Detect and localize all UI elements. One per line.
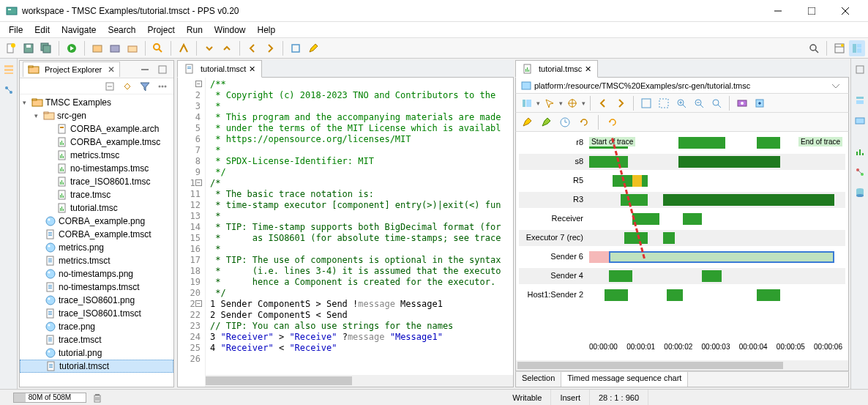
chart-bar[interactable] [621, 194, 648, 206]
perspective-resource-button[interactable] [849, 40, 865, 56]
gc-icon[interactable] [89, 390, 105, 406]
zoom-sel-icon[interactable] [656, 95, 672, 111]
next-annotation-button[interactable] [201, 40, 217, 56]
collapse-all-icon[interactable] [102, 78, 118, 94]
chart-bar[interactable] [683, 213, 703, 225]
edit-button[interactable] [305, 40, 321, 56]
tree-file[interactable]: no-timestamps.png [20, 267, 173, 280]
layout-icon[interactable] [519, 95, 535, 111]
tree-file[interactable]: trace.png [20, 320, 173, 333]
menu-project[interactable]: Project [141, 23, 180, 37]
toggle-mark-button[interactable] [176, 40, 192, 56]
chart-bar[interactable] [757, 137, 780, 149]
save-button[interactable] [20, 40, 37, 56]
chart-bar[interactable] [624, 232, 648, 244]
chart-bar[interactable] [605, 289, 628, 301]
trim-outline-icon[interactable] [1, 82, 17, 98]
tree-file[interactable]: trace.tmsc [20, 188, 173, 201]
trim-properties-icon[interactable] [852, 113, 868, 129]
zoom-fit-icon[interactable] [638, 95, 654, 111]
trim-outline2-icon[interactable] [852, 92, 868, 108]
select-icon[interactable] [542, 95, 558, 111]
run-button[interactable] [64, 40, 80, 56]
new-project-button[interactable] [89, 40, 105, 56]
trim-nav-icon[interactable] [1, 62, 17, 78]
pin-button[interactable] [288, 40, 304, 56]
quick-access-search-icon[interactable] [806, 40, 822, 56]
chart-bar[interactable] [589, 251, 609, 263]
project-explorer-tab[interactable]: Project Explorer ✕ [23, 62, 120, 77]
menu-edit[interactable]: Edit [29, 23, 56, 37]
perspective-open-button[interactable] [831, 40, 848, 56]
menu-window[interactable]: Window [209, 23, 252, 37]
filter-icon[interactable] [137, 78, 153, 94]
menu-file[interactable]: File [3, 23, 29, 37]
viewer-tab[interactable]: tutorial.tmsc ✕ [515, 60, 598, 78]
new-package-button[interactable] [107, 40, 123, 56]
tree-file[interactable]: tutorial.png [20, 346, 173, 360]
nav-fwd-icon[interactable] [613, 95, 629, 111]
chart-bar[interactable] [589, 156, 628, 168]
link-editor-icon[interactable] [119, 78, 135, 94]
highlight-icon[interactable] [519, 114, 535, 130]
editor-tab-close-icon[interactable]: ✕ [249, 64, 255, 74]
save-all-button[interactable] [38, 40, 54, 56]
close-view-icon[interactable]: ✕ [108, 64, 115, 75]
pan-icon[interactable] [564, 95, 580, 111]
chart-bar[interactable] [667, 289, 682, 301]
tree-file[interactable]: no-timestamps.tmsc [20, 162, 173, 175]
tree-file[interactable]: trace_ISO8601.tmsc [20, 175, 173, 188]
tree-folder[interactable]: ▾src-gen [20, 109, 173, 122]
menu-search[interactable]: Search [102, 23, 141, 37]
prev-annotation-button[interactable] [219, 40, 235, 56]
chart-bar[interactable] [642, 175, 648, 187]
trim-metrics-icon[interactable] [852, 144, 868, 160]
nav-back-icon[interactable] [595, 95, 611, 111]
project-tree[interactable]: ▾TMSC Examples▾src-genCORBA_example.arch… [20, 94, 173, 387]
marker-icon[interactable] [538, 114, 554, 130]
export-icon[interactable] [752, 95, 768, 111]
zoom-out-icon[interactable] [691, 95, 707, 111]
search-toolbar-button[interactable] [150, 40, 166, 56]
new-button[interactable] [3, 40, 19, 56]
zoom-in-icon[interactable] [673, 95, 689, 111]
maximize-view-icon[interactable] [154, 62, 171, 78]
back-button[interactable] [244, 40, 261, 56]
reload-icon[interactable] [605, 114, 621, 130]
clock-icon[interactable] [557, 114, 573, 130]
window-minimize-button[interactable] [761, 0, 795, 22]
forward-button[interactable] [262, 40, 278, 56]
heap-status[interactable]: 80M of 508M [13, 393, 86, 403]
menu-run[interactable]: Run [181, 23, 209, 37]
tree-project[interactable]: ▾TMSC Examples [20, 96, 173, 109]
tree-file[interactable]: metrics.png [20, 241, 173, 254]
trim-db-icon[interactable] [852, 185, 868, 201]
chart-bar[interactable] [663, 194, 834, 206]
viewer-path-menu-icon[interactable] [828, 78, 844, 94]
chart-bar[interactable] [632, 175, 642, 187]
window-close-button[interactable] [828, 0, 862, 22]
minimize-view-icon[interactable] [137, 62, 153, 78]
tree-file[interactable]: metrics.tmsct [20, 254, 173, 267]
bottom-tab-selection[interactable]: Selection [516, 372, 561, 387]
chart-h-scrollbar[interactable] [516, 360, 848, 371]
text-editor[interactable]: 1−2345678910−1112131415161718192021−2223… [177, 78, 514, 387]
editor-horizontal-scrollbar[interactable] [206, 375, 513, 387]
tree-file[interactable]: tutorial.tmsc [20, 201, 173, 215]
trim-restore-icon[interactable] [852, 62, 868, 78]
chart-bar[interactable] [702, 270, 722, 282]
chart-bar[interactable] [678, 137, 725, 149]
viewer-tab-close-icon[interactable]: ✕ [585, 64, 591, 74]
new-folder-button[interactable] [124, 40, 141, 56]
menu-help[interactable]: Help [252, 23, 282, 37]
tree-file[interactable]: trace_ISO8601.png [20, 294, 173, 307]
tree-file[interactable]: metrics.tmsc [20, 149, 173, 162]
chart-bar[interactable] [609, 270, 632, 282]
bottom-tab-chart[interactable]: Timed message sequence chart [561, 372, 688, 387]
gantt-chart[interactable]: r8Start of traceEnd of traces8R5R3Receiv… [515, 132, 849, 371]
tree-file[interactable]: trace_ISO8601.tmsct [20, 307, 173, 320]
window-maximize-button[interactable] [795, 0, 828, 22]
tree-file[interactable]: CORBA_example.png [20, 215, 173, 228]
tree-file[interactable]: trace.tmsct [20, 333, 173, 346]
zoom-reset-icon[interactable] [708, 95, 725, 111]
